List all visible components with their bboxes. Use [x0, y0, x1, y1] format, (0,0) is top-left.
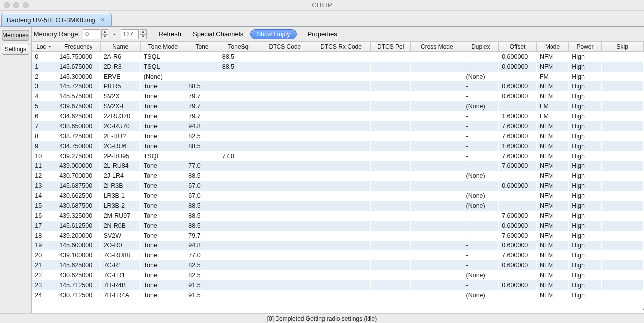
cell-dtcspol[interactable] — [371, 91, 411, 101]
cell-loc[interactable]: 21 — [32, 260, 56, 270]
cell-tonemode[interactable]: TSQL — [140, 151, 185, 161]
cell-power[interactable]: High — [569, 260, 601, 270]
table-row[interactable]: 6434.6250002ZRU370Tone79.7-1.600000FMHig… — [32, 111, 643, 121]
cell-dtcs[interactable] — [259, 141, 311, 151]
cell-tonesql[interactable]: 88.5 — [219, 62, 259, 72]
cell-cross[interactable] — [411, 181, 463, 191]
table-row[interactable]: 13145.6875002I-R3BTone67.0-0.600000NFMHi… — [32, 181, 643, 191]
cell-tonemode[interactable]: Tone — [140, 191, 185, 201]
cell-tonemode[interactable]: (None) — [140, 72, 185, 81]
cell-dtcs[interactable] — [259, 290, 311, 300]
cell-loc[interactable]: 9 — [32, 141, 56, 151]
cell-freq[interactable]: 430.662500 — [56, 191, 101, 201]
cell-loc[interactable]: 17 — [32, 221, 56, 231]
cell-mode[interactable]: NFM — [536, 62, 568, 72]
cell-tonesql[interactable] — [219, 161, 259, 171]
cell-name[interactable]: 2P-RU95 — [100, 151, 140, 161]
cell-power[interactable]: High — [569, 101, 601, 111]
cell-freq[interactable]: 439.100000 — [56, 250, 101, 260]
cell-mode[interactable]: NFM — [536, 221, 568, 231]
cell-name[interactable]: 7G-RU88 — [100, 250, 140, 260]
cell-dtcspol[interactable] — [371, 121, 411, 131]
cell-freq[interactable]: 145.600000 — [56, 241, 101, 250]
cell-tonemode[interactable]: Tone — [140, 221, 185, 231]
cell-tone[interactable]: 91.5 — [185, 280, 219, 290]
cell-cross[interactable] — [411, 211, 463, 221]
cell-cross[interactable] — [411, 101, 463, 111]
cell-dtcsrx[interactable] — [311, 211, 371, 221]
column-header[interactable]: Tone — [185, 42, 219, 52]
cell-dtcs[interactable] — [259, 201, 311, 211]
cell-dtcspol[interactable] — [371, 131, 411, 141]
table-row[interactable]: 8438.7250002E-RU?Tone82.5-7.600000NFMHig… — [32, 131, 643, 141]
cell-tonesql[interactable] — [219, 201, 259, 211]
cell-skip[interactable] — [601, 221, 643, 231]
cell-power[interactable]: High — [569, 241, 601, 250]
cell-loc[interactable]: 12 — [32, 171, 56, 181]
cell-offset[interactable] — [499, 191, 537, 201]
cell-dtcspol[interactable] — [371, 161, 411, 171]
cell-duplex[interactable]: - — [463, 141, 499, 151]
cell-offset[interactable]: 1.600000 — [499, 141, 537, 151]
cell-dtcs[interactable] — [259, 121, 311, 131]
cell-freq[interactable]: 439.325000 — [56, 211, 101, 221]
cell-dtcspol[interactable] — [371, 211, 411, 221]
cell-loc[interactable]: 5 — [32, 101, 56, 111]
table-row[interactable]: 18439.200000SV2WTone79.7-7.600000NFMHigh — [32, 231, 643, 241]
cell-freq[interactable]: 434.625000 — [56, 111, 101, 121]
column-header[interactable]: DTCS Pol — [371, 42, 411, 52]
cell-freq[interactable]: 430.687500 — [56, 201, 101, 211]
cell-cross[interactable] — [411, 141, 463, 151]
cell-mode[interactable]: NFM — [536, 91, 568, 101]
cell-name[interactable]: 2E-RU? — [100, 131, 140, 141]
cell-name[interactable]: LR3B-2 — [100, 201, 140, 211]
cell-tone[interactable]: 88.5 — [185, 201, 219, 211]
cell-cross[interactable] — [411, 171, 463, 181]
cell-tone[interactable]: 79.7 — [185, 111, 219, 121]
cell-tone[interactable]: 94.8 — [185, 241, 219, 250]
cell-tonesql[interactable] — [219, 270, 259, 280]
column-header[interactable]: Frequency — [56, 42, 101, 52]
cell-name[interactable]: SV2W — [100, 231, 140, 241]
cell-tonesql[interactable] — [219, 72, 259, 81]
cell-power[interactable]: High — [569, 171, 601, 181]
cell-dtcsrx[interactable] — [311, 131, 371, 141]
cell-name[interactable]: 2O-R0 — [100, 241, 140, 250]
table-row[interactable]: 23145.7125007H-R4BTone91.5-0.600000NFMHi… — [32, 280, 643, 290]
cell-cross[interactable] — [411, 270, 463, 280]
cell-duplex[interactable]: - — [463, 181, 499, 191]
refresh-button[interactable]: Refresh — [154, 30, 186, 38]
cell-cross[interactable] — [411, 121, 463, 131]
cell-skip[interactable] — [601, 270, 643, 280]
cell-dtcspol[interactable] — [371, 231, 411, 241]
cell-dtcs[interactable] — [259, 250, 311, 260]
cell-tonesql[interactable]: 77.0 — [219, 151, 259, 161]
cell-tonesql[interactable]: 88.5 — [219, 52, 259, 62]
cell-power[interactable]: High — [569, 221, 601, 231]
cell-loc[interactable]: 8 — [32, 131, 56, 141]
cell-dtcspol[interactable] — [371, 260, 411, 270]
cell-duplex[interactable]: - — [463, 131, 499, 141]
cell-dtcsrx[interactable] — [311, 290, 371, 300]
cell-loc[interactable]: 1 — [32, 62, 56, 72]
cell-offset[interactable] — [499, 72, 537, 81]
column-header[interactable]: DTCS Rx Code — [311, 42, 371, 52]
cell-freq[interactable]: 438.650000 — [56, 121, 101, 131]
cell-tone[interactable]: 67.0 — [185, 181, 219, 191]
cell-tone[interactable]: 88.5 — [185, 221, 219, 231]
cell-tonesql[interactable] — [219, 181, 259, 191]
cell-freq[interactable]: 145.300000 — [56, 72, 101, 81]
cell-tonesql[interactable] — [219, 101, 259, 111]
cell-skip[interactable] — [601, 81, 643, 91]
table-row[interactable]: 2145.300000ERVE(None)(None)FMHigh — [32, 72, 643, 81]
cell-tonemode[interactable]: Tone — [140, 211, 185, 221]
cell-duplex[interactable]: - — [463, 91, 499, 101]
cell-tonemode[interactable]: Tone — [140, 161, 185, 171]
cell-tonesql[interactable] — [219, 260, 259, 270]
cell-loc[interactable]: 19 — [32, 241, 56, 250]
cell-offset[interactable]: 0.600000 — [499, 221, 537, 231]
cell-tone[interactable] — [185, 72, 219, 81]
table-row[interactable]: 12430.7000002J-LR4Tone88.5(None)NFMHigh — [32, 171, 643, 181]
cell-cross[interactable] — [411, 131, 463, 141]
cell-loc[interactable]: 13 — [32, 181, 56, 191]
